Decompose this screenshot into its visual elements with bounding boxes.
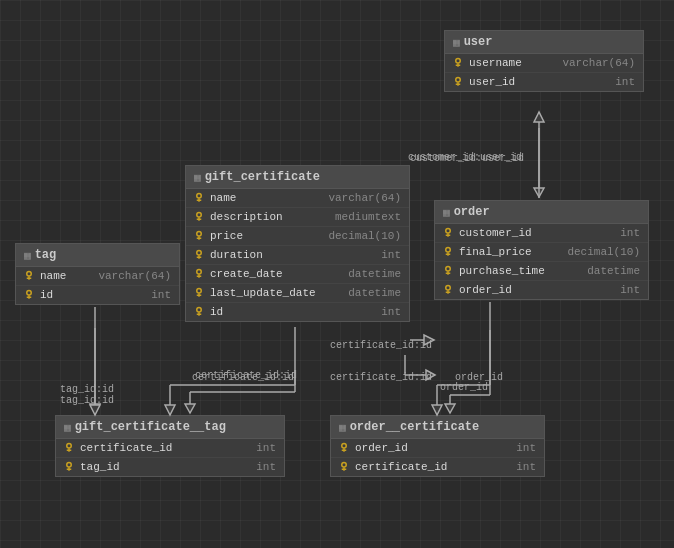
table-row: order_id int xyxy=(435,281,648,299)
table-gc-tag-title: gift_certificate__tag xyxy=(75,420,226,434)
label-certificate-id-1: certificate_id:id xyxy=(330,372,432,383)
table-row: create_date datetime xyxy=(186,265,409,284)
field-customer-id-type: int xyxy=(620,227,640,239)
field-purchase-time-type: datetime xyxy=(587,265,640,277)
field-username: username xyxy=(469,57,558,69)
fk-icon xyxy=(62,460,76,474)
fk-icon xyxy=(441,264,455,278)
table-oc-header: ▦ order__certificate xyxy=(331,416,544,439)
table-tag-icon: ▦ xyxy=(24,249,31,262)
field-gc-duration-type: int xyxy=(381,249,401,261)
field-gct-certificate-id-type: int xyxy=(256,442,276,454)
field-tag-id-type: int xyxy=(151,289,171,301)
table-row: certificate_id int xyxy=(56,439,284,458)
table-oc-icon: ▦ xyxy=(339,421,346,434)
table-user-icon: ▦ xyxy=(453,36,460,49)
table-gc-tag-header: ▦ gift_certificate__tag xyxy=(56,416,284,439)
field-tag-name-type: varchar(64) xyxy=(98,270,171,282)
table-row: name varchar(64) xyxy=(186,189,409,208)
field-oc-certificate-id: certificate_id xyxy=(355,461,512,473)
svg-text:tag_id:id: tag_id:id xyxy=(60,384,114,395)
field-username-type: varchar(64) xyxy=(562,57,635,69)
field-tag-name: name xyxy=(40,270,94,282)
svg-marker-29 xyxy=(432,405,442,415)
table-order-certificate[interactable]: ▦ order__certificate order_id int certif… xyxy=(330,415,545,477)
pk-icon xyxy=(22,288,36,302)
field-oc-certificate-id-type: int xyxy=(516,461,536,473)
table-order[interactable]: ▦ order customer_id int final_price deci… xyxy=(434,200,649,300)
table-gift-cert-title: gift_certificate xyxy=(205,170,320,184)
table-row: last_update_date datetime xyxy=(186,284,409,303)
table-tag[interactable]: ▦ tag name varchar(64) id int xyxy=(15,243,180,305)
table-row: certificate_id int xyxy=(331,458,544,476)
field-oc-order-id: order_id xyxy=(355,442,512,454)
label-order-id: order_id xyxy=(440,382,488,393)
field-gc-last-update-date: last_update_date xyxy=(210,287,344,299)
label-tag-id-id: tag_id:id xyxy=(60,395,114,406)
field-gct-certificate-id: certificate_id xyxy=(80,442,252,454)
field-gc-duration: duration xyxy=(210,249,377,261)
svg-marker-1 xyxy=(534,188,544,197)
fk-icon xyxy=(337,460,351,474)
field-user-id-type: int xyxy=(615,76,635,88)
field-user-id: user_id xyxy=(469,76,611,88)
table-row: customer_id int xyxy=(435,224,648,243)
svg-marker-32 xyxy=(90,405,100,415)
field-gc-price: price xyxy=(210,230,324,242)
field-order-id-type: int xyxy=(620,284,640,296)
fk-icon xyxy=(441,245,455,259)
field-gc-name: name xyxy=(210,192,324,204)
pk-icon xyxy=(451,56,465,70)
pk-icon xyxy=(192,191,206,205)
svg-marker-19 xyxy=(424,335,434,345)
pk-icon xyxy=(192,248,206,262)
pk-icon xyxy=(451,75,465,89)
pk-icon xyxy=(192,210,206,224)
pk-icon xyxy=(22,269,36,283)
table-row: name varchar(64) xyxy=(16,267,179,286)
fk-icon xyxy=(441,226,455,240)
pk-icon xyxy=(192,229,206,243)
table-tag-title: tag xyxy=(35,248,57,262)
field-oc-order-id-type: int xyxy=(516,442,536,454)
pk-icon xyxy=(441,283,455,297)
table-order-title: order xyxy=(454,205,490,219)
fk-icon xyxy=(337,441,351,455)
table-gift-cert-icon: ▦ xyxy=(194,171,201,184)
svg-marker-24 xyxy=(165,405,175,415)
table-row: order_id int xyxy=(331,439,544,458)
field-gc-last-update-date-type: datetime xyxy=(348,287,401,299)
table-row: username varchar(64) xyxy=(445,54,643,73)
field-customer-id: customer_id xyxy=(459,227,616,239)
svg-marker-17 xyxy=(534,112,544,122)
table-row: tag_id int xyxy=(56,458,284,476)
field-final-price: final_price xyxy=(459,246,563,258)
field-gc-id: id xyxy=(210,306,377,318)
field-gc-price-type: decimal(10) xyxy=(328,230,401,242)
table-order-header: ▦ order xyxy=(435,201,648,224)
label-customer-id-user-id: customer_id:user_id xyxy=(408,152,522,163)
table-row: user_id int xyxy=(445,73,643,91)
table-gift-certificate[interactable]: ▦ gift_certificate name varchar(64) desc… xyxy=(185,165,410,322)
field-gct-tag-id-type: int xyxy=(256,461,276,473)
field-purchase-time: purchase_time xyxy=(459,265,583,277)
svg-marker-8 xyxy=(185,404,195,413)
field-tag-id: id xyxy=(40,289,147,301)
table-gift-certificate-tag[interactable]: ▦ gift_certificate__tag certificate_id i… xyxy=(55,415,285,477)
table-row: purchase_time datetime xyxy=(435,262,648,281)
pk-icon xyxy=(192,286,206,300)
table-user[interactable]: ▦ user username varchar(64) user_id int xyxy=(444,30,644,92)
table-row: duration int xyxy=(186,246,409,265)
table-user-title: user xyxy=(464,35,493,49)
table-row: final_price decimal(10) xyxy=(435,243,648,262)
table-user-header: ▦ user xyxy=(445,31,643,54)
diagram: customer_id:user_id certificate_id:id ce… xyxy=(0,0,674,548)
field-gct-tag-id: tag_id xyxy=(80,461,252,473)
table-order-icon: ▦ xyxy=(443,206,450,219)
svg-text:certificate_id:id: certificate_id:id xyxy=(330,340,432,351)
field-gc-name-type: varchar(64) xyxy=(328,192,401,204)
field-gc-description-type: mediumtext xyxy=(335,211,401,223)
table-gc-tag-icon: ▦ xyxy=(64,421,71,434)
table-row: price decimal(10) xyxy=(186,227,409,246)
table-gift-certificate-header: ▦ gift_certificate xyxy=(186,166,409,189)
